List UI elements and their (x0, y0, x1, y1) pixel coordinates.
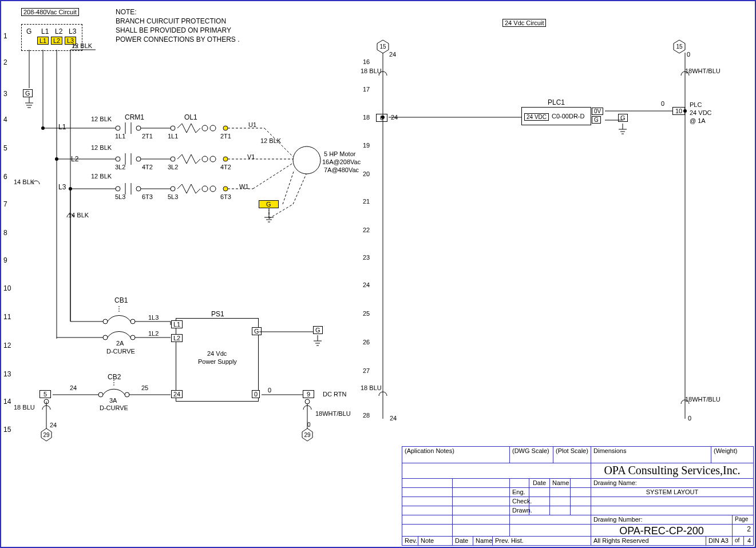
svg-point-59 (103, 319, 108, 324)
svg-point-100 (683, 109, 687, 113)
svg-point-78 (305, 399, 310, 404)
svg-line-49 (293, 173, 307, 204)
svg-point-33 (223, 126, 228, 130)
tb-of: of (733, 537, 744, 545)
svg-point-61 (103, 335, 108, 340)
svg-point-26 (136, 186, 141, 191)
svg-line-46 (253, 163, 293, 189)
svg-text:29: 29 (304, 432, 311, 438)
tb-totalpages: 4 (744, 537, 753, 545)
tb-rights: All Rights Reserved (591, 537, 706, 545)
svg-point-34 (171, 157, 175, 161)
svg-point-69 (125, 392, 129, 397)
svg-line-50 (283, 170, 294, 204)
svg-line-43 (264, 128, 293, 157)
tb-dname-h: Drawing Name: (591, 479, 753, 487)
tb-weight: (Weight) (711, 447, 753, 463)
svg-point-12 (55, 157, 58, 161)
tb-din: DIN A3 (706, 537, 733, 545)
tb-name2: Name (473, 537, 493, 545)
svg-point-35 (202, 156, 208, 162)
tb-prev: Prev. Hist. (493, 537, 591, 545)
tb-check: Check. (510, 497, 529, 506)
svg-point-40 (210, 186, 216, 192)
tb-dwgscale: (DWG Scale) (510, 447, 553, 463)
svg-point-38 (171, 186, 175, 191)
tb-dnum: OPA-REC-CP-200 (591, 525, 733, 536)
svg-point-23 (116, 186, 120, 191)
tb-page: Page (733, 515, 753, 524)
title-block: (Aplication Notes) (DWG Scale) (Plot Sca… (402, 446, 754, 546)
svg-point-55 (293, 146, 320, 174)
svg-text:15: 15 (676, 43, 683, 50)
svg-point-18 (136, 126, 141, 130)
tb-date-h: Date (529, 479, 550, 487)
svg-point-32 (210, 125, 216, 131)
svg-point-41 (223, 186, 228, 191)
svg-point-37 (223, 157, 228, 161)
tb-appnotes: (Aplication Notes) (402, 447, 510, 463)
tb-note: Note (418, 537, 453, 545)
tb-eng: Eng. (510, 488, 529, 497)
svg-point-22 (136, 157, 141, 161)
tb-pagenum: 2 (733, 525, 753, 536)
svg-point-68 (98, 392, 103, 397)
svg-point-60 (130, 319, 135, 324)
svg-text:15: 15 (379, 43, 386, 50)
drawing-sheet: 1 2 3 4 5 6 7 8 9 10 11 12 13 14 15 208-… (0, 0, 756, 548)
tb-company: OPA Consulting Services,Inc. (591, 463, 753, 478)
svg-point-99 (381, 116, 385, 119)
svg-point-10 (41, 126, 45, 130)
svg-line-48 (269, 204, 293, 219)
tb-dimensions: Dimensions (591, 447, 711, 463)
svg-text:29: 29 (43, 432, 50, 438)
svg-point-36 (210, 156, 216, 162)
tb-plotscale: (Plot Scale) (553, 447, 591, 463)
svg-point-19 (116, 157, 120, 161)
tb-date2: Date (453, 537, 473, 545)
svg-point-31 (202, 125, 208, 131)
tb-rev: Rev. (402, 537, 418, 545)
tb-drawn: Drawn. (510, 506, 529, 515)
svg-point-62 (130, 335, 135, 340)
svg-point-15 (116, 126, 120, 130)
svg-point-39 (202, 186, 208, 192)
svg-point-30 (171, 126, 175, 130)
tb-name-h: Name (550, 479, 571, 487)
tb-dname: SYSTEM LAYOUT (591, 488, 753, 497)
tb-dnum-h: Drawing Number: (591, 515, 733, 524)
